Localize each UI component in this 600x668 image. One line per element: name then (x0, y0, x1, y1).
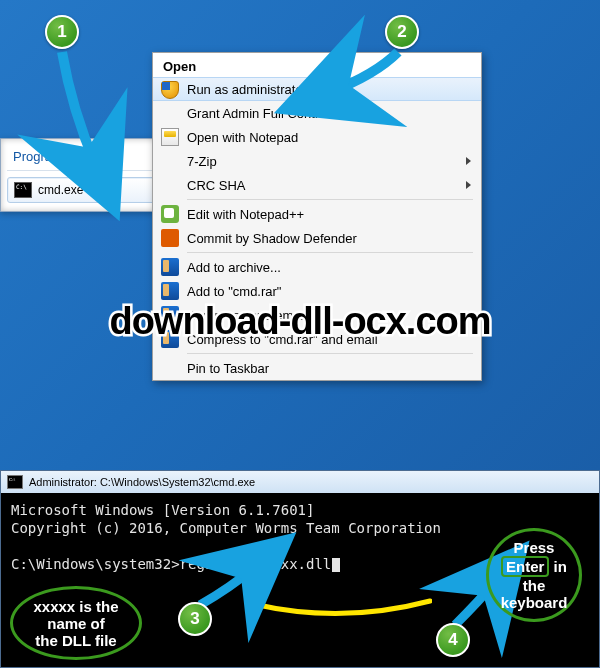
context-menu-item[interactable]: 7-Zip (153, 149, 481, 173)
context-menu-item[interactable]: Run as administrator (153, 77, 481, 101)
context-menu-separator (187, 353, 473, 354)
cmd-line1: Microsoft Windows [Version 6.1.7601] (11, 502, 314, 518)
annotation-enter-line2: in (554, 558, 567, 575)
shield-icon (161, 81, 179, 99)
context-menu-item[interactable]: CRC SHA (153, 173, 481, 197)
step-badge-3: 3 (178, 602, 212, 636)
context-menu-item-label: CRC SHA (187, 178, 246, 193)
cmd-line2: Copyright (c) 2016, Computer Worms Team … (11, 520, 441, 536)
context-menu-item[interactable]: Edit with Notepad++ (153, 202, 481, 226)
context-menu-item-label: Run as administrator (187, 82, 307, 97)
context-menu-separator (187, 252, 473, 253)
context-menu-item-label: Pin to Taskbar (187, 361, 269, 376)
yellow-underline (196, 579, 381, 601)
sd-icon (161, 229, 179, 247)
program-result-label: cmd.exe (38, 183, 83, 197)
context-menu-item[interactable]: Open with Notepad (153, 125, 481, 149)
annotation-enter-line4: keyboard (501, 594, 568, 611)
context-menu-item[interactable]: Grant Admin Full Control (153, 101, 481, 125)
step-badge-1: 1 (45, 15, 79, 49)
context-menu-item-label: 7-Zip (187, 154, 217, 169)
context-menu-separator (187, 199, 473, 200)
annotation-dll-line3: the DLL file (33, 632, 118, 649)
cmd-cursor (332, 558, 340, 572)
cmd-window-title: Administrator: C:\Windows\System32\cmd.e… (29, 476, 255, 488)
annotation-dll-line1: xxxxx is the (33, 598, 118, 615)
annotation-dll-line2: name of (33, 615, 118, 632)
cmd-icon (14, 182, 32, 198)
context-menu-item-label: Add to archive... (187, 260, 281, 275)
rarbook-icon (161, 282, 179, 300)
rarbook-icon (161, 258, 179, 276)
annotation-press-enter: Press Enter in the keyboard (486, 528, 582, 622)
cmd-window-icon (7, 475, 23, 489)
cmd-prompt: C:\Windows\system32> (11, 556, 180, 572)
context-menu-item-label: Add to "cmd.rar" (187, 284, 282, 299)
context-menu-header[interactable]: Open (153, 53, 481, 78)
context-menu-item[interactable]: Commit by Shadow Defender (153, 226, 481, 250)
context-menu-item[interactable]: Add to archive... (153, 255, 481, 279)
cmd-titlebar: Administrator: C:\Windows\System32\cmd.e… (1, 471, 599, 493)
context-menu-item-label: Open with Notepad (187, 130, 298, 145)
desktop-background: Programs (1) cmd.exe Open Run as adminis… (0, 0, 600, 470)
enter-key-highlight: Enter (501, 556, 549, 577)
context-menu-item[interactable]: Pin to Taskbar (153, 356, 481, 380)
step-badge-4: 4 (436, 623, 470, 657)
watermark-text: download-dll-ocx.com (0, 300, 600, 343)
context-menu-item-label: Commit by Shadow Defender (187, 231, 357, 246)
cmd-command: regsvr32 xxxxx.dll (180, 556, 332, 572)
notepad-icon (161, 128, 179, 146)
step-badge-2: 2 (385, 15, 419, 49)
annotation-enter-line1: Press (501, 539, 568, 556)
context-menu-item-label: Edit with Notepad++ (187, 207, 304, 222)
annotation-enter-line3: the (501, 577, 568, 594)
context-menu-item-label: Grant Admin Full Control (187, 106, 329, 121)
npp-icon (161, 205, 179, 223)
annotation-dll-name: xxxxx is the name of the DLL file (10, 586, 142, 660)
